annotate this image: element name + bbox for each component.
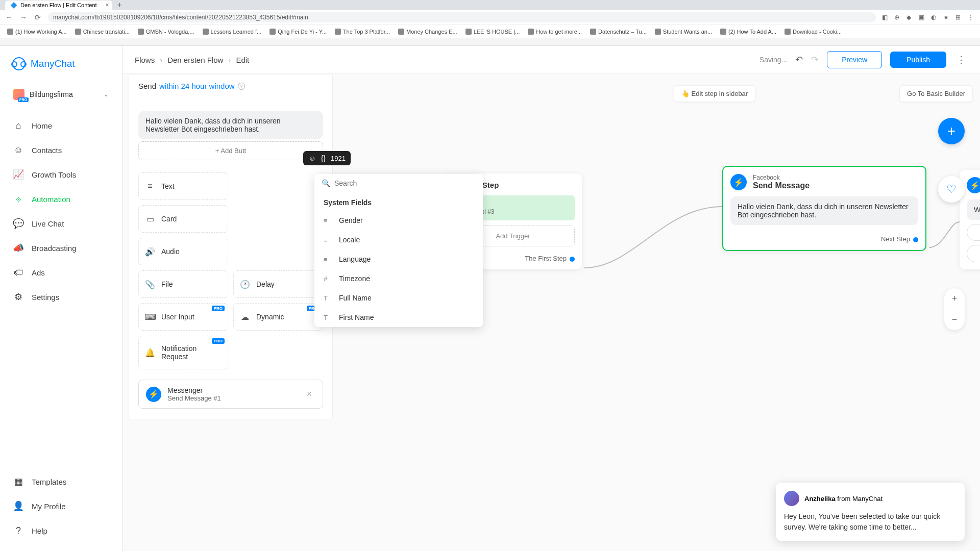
search-input[interactable] [334,179,476,187]
favorite-fab[interactable]: ♡ [938,176,965,203]
add-step-fab[interactable]: + [938,118,965,144]
preview-button[interactable]: Preview [827,51,882,68]
bookmark-item[interactable]: GMSN - Vologda,... [138,29,194,35]
ext-icon[interactable]: ▣ [919,14,926,21]
nav-live-chat[interactable]: 💬Live Chat [0,211,122,236]
undo-button[interactable]: ↶ [795,54,803,65]
breadcrumb-item[interactable]: Den ersten Flow [167,56,223,64]
text-icon: T [324,294,332,302]
content-card[interactable]: ▭Card [138,205,228,233]
ext-icon[interactable]: ⊕ [894,14,901,21]
bookmark-item[interactable]: Qing Fei De Yi - Y... [270,29,327,35]
card-icon: ▭ [145,214,155,224]
ext-icon[interactable]: ⊞ [955,14,963,21]
content-text[interactable]: ≡Text [138,172,228,200]
bookmark-item[interactable]: LEE 'S HOUSE |... [465,29,520,35]
template-icon: ▦ [13,477,23,487]
field-gender[interactable]: ≡Gender [314,211,483,230]
browser-tab[interactable]: 🔷 Den ersten Flow | Edit Content × [5,1,112,10]
tab-title: Den ersten Flow | Edit Content [20,2,97,8]
content-delay[interactable]: 🕐Delay [233,270,323,298]
bookmark-item[interactable]: How to get more... [528,29,582,35]
help-icon: ? [13,525,23,536]
bookmark-item[interactable]: Chinese translati... [75,29,130,35]
quick-reply[interactable]: Mir geht's gut✨ [967,245,980,262]
file-icon: 📎 [145,279,155,289]
profile-icon: 👤 [13,501,23,511]
connector-dot[interactable] [913,237,918,242]
edit-in-sidebar-button[interactable]: 👆 Edit step in sidebar [674,85,755,102]
user-icon: ☺ [13,145,23,155]
logo[interactable]: ManyChat [0,54,122,81]
url-input[interactable]: manychat.com/fb198150208109206/18/cms/fi… [48,12,876,22]
forward-button[interactable]: → [19,13,28,21]
facebook-icon: ⚡ [730,174,747,190]
bookmark-item[interactable]: Datenschutz – Tu... [590,29,647,35]
nav-ads[interactable]: 🏷Ads [0,260,122,285]
info-icon[interactable]: ? [238,83,245,90]
bookmark-item[interactable]: (1) How Working A... [7,29,67,35]
remove-next-button[interactable]: × [303,388,315,400]
field-first-name[interactable]: TFirst Name [314,308,483,327]
content-notification[interactable]: 🔔Notification RequestPRO [138,336,228,369]
field-full-name[interactable]: TFull Name [314,288,483,308]
nav-automation[interactable]: ⟐Automation [0,187,122,211]
automation-icon: ⟐ [13,194,23,204]
back-button[interactable]: ← [5,13,13,21]
workspace-selector[interactable]: PRO Bildungsfirma ⌄ [8,86,114,103]
messenger-icon: ⚡ [146,387,161,402]
nav-growth-tools[interactable]: 📈Growth Tools [0,162,122,187]
list-icon: ≡ [324,217,332,224]
zoom-out-button[interactable]: − [947,309,963,330]
nav-broadcasting[interactable]: 📣Broadcasting [0,236,122,260]
nav-contacts[interactable]: ☺Contacts [0,138,122,162]
nav-templates[interactable]: ▦Templates [0,469,122,494]
breadcrumb-item[interactable]: Flows [135,56,155,64]
fields-header: System Fields [314,192,483,211]
chat-sender: Anzhelika from ManyChat [804,495,883,503]
nav-settings[interactable]: ⚙Settings [0,285,122,309]
ext-icon[interactable]: ⋮ [968,14,975,21]
basic-builder-button[interactable]: Go To Basic Builder [899,85,973,102]
reload-button[interactable]: ⟳ [34,13,42,21]
zoom-in-button[interactable]: + [947,288,963,309]
field-language[interactable]: ≡Language [314,249,483,269]
more-button[interactable]: ⋮ [954,52,968,67]
field-timezone[interactable]: #Timezone [314,269,483,288]
content-dynamic[interactable]: ☁DynamicPRO [233,303,323,331]
quick-reply[interactable]: Mir geht's gut [967,224,980,241]
send-message-node[interactable]: ⚡ Facebook Send Message Hallo vielen Dan… [722,166,926,251]
support-chat-widget[interactable]: Anzhelika from ManyChat Hey Leon, You've… [776,483,965,541]
nav-profile[interactable]: 👤My Profile [0,494,122,518]
message-input[interactable]: Hallo vielen Dank, dass du dich in unser… [138,111,323,139]
field-locale[interactable]: ≡Locale [314,230,483,249]
megaphone-icon: 📣 [13,243,23,253]
bookmark-item[interactable]: Student Wants an... [655,29,712,35]
variable-icon[interactable]: {} [321,154,326,162]
nav-help[interactable]: ?Help [0,518,122,543]
close-icon[interactable]: × [106,2,109,9]
ext-icon[interactable]: ◆ [906,14,914,21]
new-tab-button[interactable]: + [117,1,122,10]
flow-canvas[interactable]: Send within 24 hour window ? Hallo viele… [122,74,980,551]
pro-badge: PRO [212,306,225,311]
ext-icon[interactable]: ◧ [882,14,889,21]
bookmark-item[interactable]: (2) How To Add A... [720,29,776,35]
bookmark-item[interactable]: Download - Cooki... [785,29,842,35]
bookmark-item[interactable]: The Top 3 Platfor... [335,29,390,35]
bookmark-item[interactable]: Lessons Learned f... [203,29,262,35]
connector-dot[interactable] [570,257,575,262]
content-user-input[interactable]: ⌨User InputPRO [138,303,228,331]
tag-icon: 🏷 [13,267,23,278]
content-file[interactable]: 📎File [138,270,228,298]
nav-home[interactable]: ⌂Home [0,113,122,138]
emoji-icon[interactable]: ☺ [308,154,315,162]
add-button-row[interactable]: + Add Butt [138,141,323,160]
send-window-link[interactable]: within 24 hour window [159,82,235,90]
next-step-card[interactable]: ⚡ Messenger Send Message #1 × [138,380,323,409]
ext-icon[interactable]: ◐ [931,14,938,21]
bookmark-item[interactable]: Money Changes E... [398,29,457,35]
content-audio[interactable]: 🔊Audio [138,238,228,265]
ext-icon[interactable]: ★ [943,14,950,21]
publish-button[interactable]: Publish [890,52,946,68]
